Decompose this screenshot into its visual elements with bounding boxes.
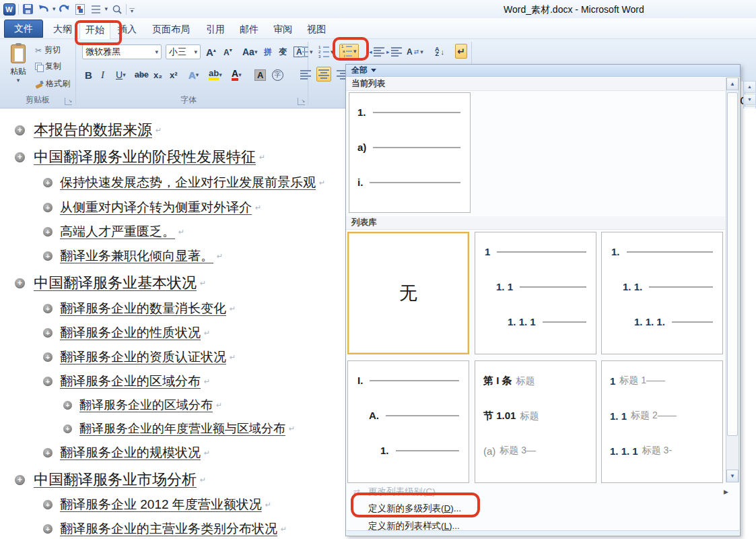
italic-button[interactable]: I — [101, 67, 104, 82]
menu-item-define-list-style[interactable]: 定义新的列表样式(L)... — [347, 518, 739, 534]
tab-大纲[interactable]: 大纲 — [47, 20, 78, 39]
tab-视图[interactable]: 视图 — [300, 20, 333, 39]
align-center-button[interactable] — [316, 67, 331, 82]
cut-button[interactable]: ✂ 剪切 — [35, 43, 61, 57]
gallery-up-icon[interactable]: ▲ — [743, 81, 756, 93]
chevron-down-icon[interactable]: ▾ — [155, 49, 158, 55]
save-icon[interactable] — [22, 3, 34, 15]
list-card-library-0[interactable]: 无 — [347, 232, 469, 354]
expand-plus-icon[interactable]: + — [43, 524, 53, 534]
expand-plus-icon[interactable]: + — [43, 352, 53, 362]
tab-插入[interactable]: 插入 — [112, 20, 143, 39]
outline-item[interactable]: +保持快速发展态势，企业对行业发展前景乐观↵ — [43, 174, 325, 191]
chevron-down-icon[interactable]: ▾ — [331, 49, 334, 55]
character-shading-button[interactable]: A — [254, 67, 266, 82]
list-card-library-5[interactable]: 1标题 1——1. 1标题 2——1. 1. 1标题 3- — [601, 360, 723, 483]
expand-plus-icon[interactable]: + — [15, 152, 25, 162]
outline-item[interactable]: +中国翻译服务业基本状况↵ — [15, 273, 206, 293]
change-case-button[interactable]: Aa▾ — [242, 44, 257, 59]
outline-item[interactable]: +翻译服务企业的年度营业额与区域分布↵ — [63, 420, 295, 437]
expand-plus-icon[interactable]: + — [63, 424, 72, 433]
redo-icon[interactable] — [59, 3, 71, 15]
expand-plus-icon[interactable]: + — [43, 304, 53, 313]
font-color-button[interactable]: A▾ — [232, 67, 242, 82]
tab-引用[interactable]: 引用 — [199, 20, 232, 39]
superscript-button[interactable]: x² — [170, 67, 178, 82]
list-gallery-filter[interactable]: 全部 — [346, 65, 740, 77]
expand-plus-icon[interactable]: + — [43, 500, 53, 509]
outline-item[interactable]: +翻译服务企业的资质认证状况↵ — [43, 348, 236, 366]
scroll-up-icon[interactable]: ▲ — [726, 77, 738, 90]
chevron-down-icon[interactable]: ▾ — [194, 49, 197, 55]
customize-qat-icon[interactable]: —▾ — [129, 6, 135, 13]
show-hide-marks-button[interactable]: ↵ — [455, 44, 467, 59]
list-card-library-2[interactable]: 1.1. 1.1. 1. 1. — [601, 232, 723, 354]
expand-plus-icon[interactable]: + — [43, 377, 53, 386]
expand-plus-icon[interactable]: + — [43, 178, 53, 187]
strikethrough-button[interactable]: abe — [135, 67, 149, 82]
sort-button[interactable]: AZ↓ — [434, 44, 446, 59]
undo-dropdown-icon[interactable]: ▾ — [53, 6, 56, 12]
decrease-indent-button[interactable]: ◂ — [368, 44, 386, 59]
font-dialog-launcher-icon[interactable]: ↘ — [298, 98, 305, 105]
text-effects-button[interactable]: A▾ — [188, 67, 199, 82]
asian-layout-button[interactable]: A⇄ ▾ — [405, 44, 425, 59]
clipboard-dialog-launcher-icon[interactable]: ↘ — [65, 98, 72, 105]
highlight-color-button[interactable]: ab▾ — [209, 67, 222, 82]
outline-item[interactable]: +翻译服务企业的主营业务类别分布状况↵ — [43, 520, 287, 538]
bullets-button[interactable]: ••• ▾ — [296, 44, 314, 59]
paste-dropdown-icon[interactable]: ▾ — [17, 77, 20, 84]
outline-item[interactable]: +翻译服务企业的性质状况↵ — [43, 324, 210, 342]
bold-button[interactable]: B — [85, 67, 92, 82]
list-card-library-3[interactable]: I.A.1. — [347, 360, 469, 483]
outline-item[interactable]: +本报告的数据来源↵ — [15, 120, 162, 140]
outline-item[interactable]: +翻译业务兼职化倾向显著。↵ — [43, 247, 223, 265]
copy-button[interactable]: 复制 — [35, 59, 61, 73]
scrollbar-thumb[interactable] — [727, 92, 738, 436]
outline-item[interactable]: +中国翻译服务业市场分析↵ — [15, 470, 206, 490]
subscript-button[interactable]: x₂ — [153, 67, 162, 82]
outline-item[interactable]: +翻译服务企业 2012 年度营业额状况↵ — [43, 496, 271, 513]
list-card-library-4[interactable]: 第 I 条标题节 1.01标题(a)标题 3— — [475, 360, 596, 483]
format-painter-button[interactable]: 格式刷 — [35, 77, 70, 91]
outline-item[interactable]: +从侧重对内译介转为侧重对外译介↵ — [43, 199, 261, 216]
tab-审阅[interactable]: 审阅 — [267, 20, 299, 39]
expand-plus-icon[interactable]: + — [43, 328, 53, 338]
expand-plus-icon[interactable]: + — [63, 401, 72, 410]
list-menu-dropdown-icon[interactable]: ▾ — [105, 6, 108, 12]
expand-plus-icon[interactable]: + — [43, 227, 53, 236]
list-card-current[interactable]: 1.a)i. — [349, 92, 471, 213]
phonetic-guide-button[interactable]: 拼 — [264, 44, 272, 59]
dropdown-scrollbar[interactable]: ▲ ▼ — [726, 77, 739, 482]
gallery-down-icon[interactable]: ▼ — [743, 94, 756, 106]
scroll-down-icon[interactable]: ▼ — [726, 470, 738, 482]
font-name-combo[interactable]: 微软雅黑 ▾ — [82, 44, 162, 59]
underline-button[interactable]: U▾ — [116, 67, 126, 82]
expand-plus-icon[interactable]: + — [43, 448, 53, 457]
document-colors-icon[interactable] — [74, 3, 87, 15]
tab-页面布局[interactable]: 页面布局 — [144, 20, 198, 39]
grow-font-button[interactable]: A▴ — [206, 44, 216, 59]
shrink-font-button[interactable]: A▾ — [224, 44, 232, 59]
align-left-button[interactable] — [299, 67, 312, 82]
outline-item[interactable]: +翻译服务企业的区域分布↵ — [43, 373, 210, 390]
outline-item[interactable]: +翻译服务企业的规模状况↵ — [43, 444, 210, 462]
expand-plus-icon[interactable]: + — [43, 203, 53, 212]
list-card-library-1[interactable]: 11. 11. 1. 1 — [475, 232, 596, 354]
increase-indent-button[interactable]: ▸ — [385, 44, 403, 59]
undo-icon[interactable] — [37, 3, 50, 15]
chevron-down-icon[interactable]: ▾ — [420, 49, 423, 55]
outline-item[interactable]: +中国翻译服务业的阶段性发展特征↵ — [15, 147, 265, 167]
multilevel-list-button[interactable]: 1ai ▾ — [339, 44, 359, 59]
outline-item[interactable]: +翻译服务企业的区域分布↵ — [63, 397, 222, 413]
menu-item-define-multilevel-list[interactable]: 定义新的多级列表(D)... — [347, 501, 739, 517]
word-logo-icon[interactable]: W — [3, 3, 15, 15]
enclose-characters-button[interactable]: 字 — [272, 67, 283, 82]
outline-item[interactable]: +翻译服务企业的数量消长变化↵ — [43, 300, 236, 317]
paste-button[interactable]: 粘贴 ▾ — [4, 42, 32, 101]
expand-plus-icon[interactable]: + — [15, 125, 25, 135]
print-preview-icon[interactable] — [110, 3, 123, 15]
characters-button[interactable]: 变 — [279, 44, 287, 59]
tab-邮件[interactable]: 邮件 — [233, 20, 265, 39]
tab-文件[interactable]: 文件 — [4, 20, 43, 38]
